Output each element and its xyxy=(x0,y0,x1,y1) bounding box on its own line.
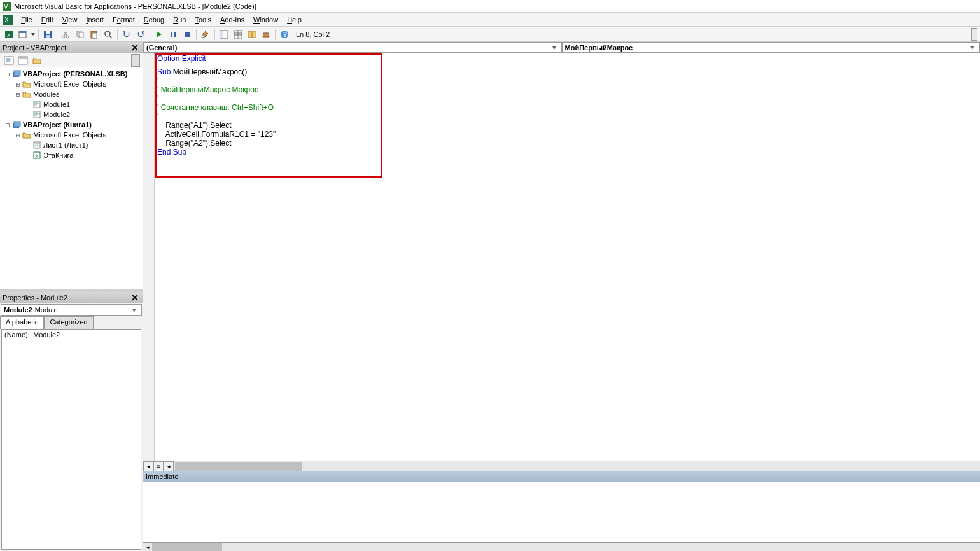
tree-excel-objects-1[interactable]: ⊞ Microsoft Excel Objects xyxy=(1,79,141,89)
expander-icon[interactable]: ⊟ xyxy=(14,90,22,99)
procedure-selector-value: МойПервыйМакрос xyxy=(565,44,633,52)
code-panel: (General) ▾ МойПервыйМакрос ▾ Option Exp… xyxy=(143,42,980,551)
svg-text:X: X xyxy=(7,32,11,38)
property-value[interactable]: Module2 xyxy=(31,330,141,340)
folder-icon xyxy=(22,80,32,88)
run-button[interactable] xyxy=(153,28,165,41)
scroll-left-button[interactable]: ◂ xyxy=(164,461,174,471)
left-panel: Project - VBAProject ✕ ⊟ VBAProject (PER… xyxy=(0,42,143,551)
project-tree[interactable]: ⊟ VBAProject (PERSONAL.XLSB) ⊞ Microsoft… xyxy=(0,67,143,289)
tree-label: Modules xyxy=(33,90,60,98)
office-assistant-button[interactable]: ? xyxy=(278,28,291,41)
menu-debug[interactable]: Debug xyxy=(139,15,169,25)
view-excel-button[interactable]: X xyxy=(3,28,15,41)
app-icon: V xyxy=(3,2,11,11)
immediate-window[interactable] xyxy=(143,482,980,542)
redo-button[interactable] xyxy=(134,28,147,41)
expander-icon[interactable]: ⊟ xyxy=(4,70,11,78)
prop-object-type: Module xyxy=(35,306,58,314)
properties-window-close-button[interactable]: ✕ xyxy=(130,293,140,303)
immediate-window-header[interactable]: Immediate xyxy=(143,471,980,482)
tree-excel-objects-2[interactable]: ⊟ Microsoft Excel Objects xyxy=(1,130,141,140)
chevron-down-icon[interactable]: ▾ xyxy=(550,43,559,52)
paste-button[interactable] xyxy=(88,28,101,41)
property-row[interactable]: (Name) Module2 xyxy=(2,330,141,340)
menu-insert[interactable]: Insert xyxy=(81,15,108,25)
view-code-button[interactable] xyxy=(3,54,15,67)
project-explorer-toolbar xyxy=(0,53,143,67)
insert-userform-button[interactable] xyxy=(17,28,29,41)
menu-tools[interactable]: Tools xyxy=(190,15,216,25)
svg-text:X: X xyxy=(4,17,9,24)
toggle-folders-button[interactable] xyxy=(31,54,43,67)
svg-text:V: V xyxy=(4,3,8,10)
properties-grid[interactable]: (Name) Module2 xyxy=(1,329,141,550)
procedure-selector[interactable]: МойПервыйМакрос ▾ xyxy=(562,42,981,53)
menu-addins[interactable]: Add-Ins xyxy=(216,15,249,25)
properties-window-header[interactable]: Properties - Module2 ✕ xyxy=(0,292,143,303)
tree-thisworkbook[interactable]: · X ЭтаКнига xyxy=(1,150,141,160)
scroll-left-icon[interactable]: ◂ xyxy=(143,544,152,550)
full-module-view-button[interactable]: ≡ xyxy=(153,461,164,471)
insert-dropdown[interactable] xyxy=(31,28,36,41)
scroll-thumb[interactable] xyxy=(152,543,222,551)
menu-file[interactable]: File xyxy=(17,15,37,25)
tree-label: ЭтаКнига xyxy=(43,151,73,159)
worksheet-icon xyxy=(32,141,42,150)
menu-edit[interactable]: Edit xyxy=(37,15,58,25)
tree-modules-folder[interactable]: ⊟ Modules xyxy=(1,89,141,99)
svg-rect-50 xyxy=(14,122,20,127)
design-mode-button[interactable] xyxy=(199,28,212,41)
cursor-position-status: Ln 8, Col 2 xyxy=(296,31,330,38)
project-explorer-header[interactable]: Project - VBAProject ✕ xyxy=(0,42,143,53)
tree-module1[interactable]: · Module1 xyxy=(1,99,141,109)
procedure-view-button[interactable]: ◂ xyxy=(143,461,153,471)
code-editor[interactable]: Option Explicit Sub МойПервыйМакрос() ' … xyxy=(143,53,980,461)
object-selector[interactable]: (General) ▾ xyxy=(143,42,562,53)
object-browser-button[interactable] xyxy=(246,28,258,41)
chevron-down-icon[interactable]: ▾ xyxy=(968,43,977,52)
immediate-scrollbar[interactable]: ◂ xyxy=(143,542,980,551)
svg-rect-21 xyxy=(185,32,190,37)
chevron-down-icon[interactable]: ▾ xyxy=(130,306,139,314)
cut-button[interactable] xyxy=(60,28,73,41)
menu-format[interactable]: Format xyxy=(108,15,139,25)
excel-icon[interactable]: X xyxy=(3,15,13,25)
reset-button[interactable] xyxy=(181,28,193,41)
expander-icon[interactable]: ⊟ xyxy=(4,121,11,129)
toolbar-combo-end[interactable] xyxy=(971,28,977,41)
immediate-window-title: Immediate xyxy=(146,473,178,480)
break-button[interactable] xyxy=(167,28,179,41)
undo-button[interactable] xyxy=(120,28,133,41)
code-margin[interactable] xyxy=(143,53,155,461)
tree-module2[interactable]: · Module2 xyxy=(1,109,141,120)
svg-rect-28 xyxy=(248,31,251,38)
menu-run[interactable]: Run xyxy=(169,15,190,25)
view-object-button[interactable] xyxy=(17,54,29,67)
horizontal-scroll-thumb[interactable] xyxy=(175,462,302,471)
expander-icon[interactable]: ⊞ xyxy=(14,80,22,88)
find-button[interactable] xyxy=(102,28,115,41)
tab-categorized[interactable]: Categorized xyxy=(44,316,93,329)
project-explorer-button[interactable] xyxy=(218,28,230,41)
copy-button[interactable] xyxy=(74,28,87,41)
svg-rect-40 xyxy=(14,71,20,76)
project-explorer-close-button[interactable]: ✕ xyxy=(130,43,140,53)
tree-vbaproject-personal[interactable]: ⊟ VBAProject (PERSONAL.XLSB) xyxy=(1,69,141,79)
menu-help[interactable]: Help xyxy=(283,15,306,25)
tree-vbaproject-book1[interactable]: ⊟ VBAProject (Книга1) xyxy=(1,120,141,130)
expander-icon[interactable]: ⊟ xyxy=(14,131,22,139)
object-selector-value: (General) xyxy=(146,44,177,52)
code-content[interactable]: Option Explicit Sub МойПервыйМакрос() ' … xyxy=(143,53,980,158)
toolbox-button[interactable] xyxy=(260,28,272,41)
save-button[interactable] xyxy=(41,28,54,41)
menu-view[interactable]: View xyxy=(58,15,82,25)
menu-window[interactable]: Window xyxy=(249,15,283,25)
properties-window-button[interactable] xyxy=(232,28,244,41)
properties-object-selector[interactable]: Module2 Module ▾ xyxy=(1,304,142,316)
module-icon xyxy=(32,110,42,119)
tree-sheet1[interactable]: · Лист1 (Лист1) xyxy=(1,140,141,150)
tab-alphabetic[interactable]: Alphabetic xyxy=(0,316,44,329)
svg-rect-9 xyxy=(46,31,50,34)
project-toolbar-scroll[interactable] xyxy=(131,54,140,67)
